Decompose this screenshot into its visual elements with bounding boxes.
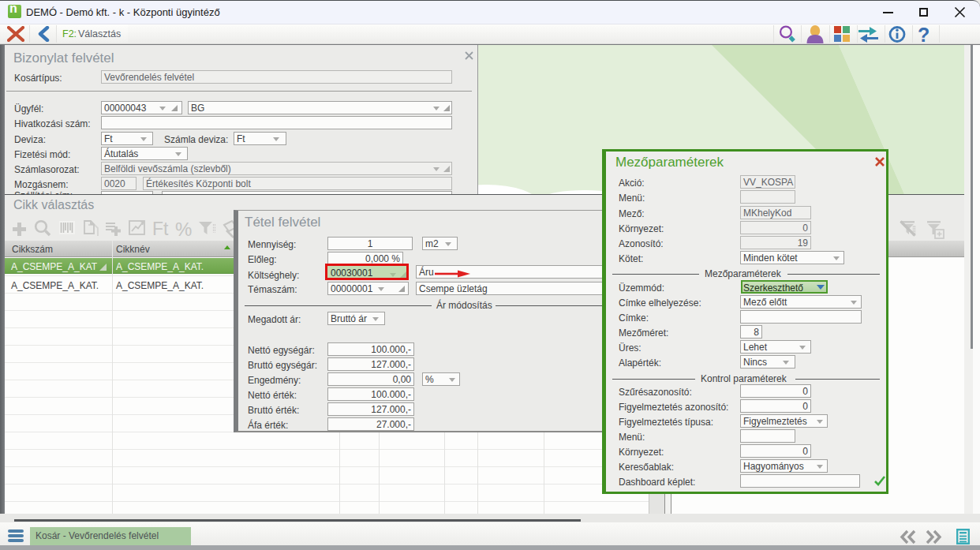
svg-text:Ft: Ft xyxy=(152,219,169,239)
svg-text:%: % xyxy=(175,219,192,240)
svg-text:?: ? xyxy=(918,24,930,43)
